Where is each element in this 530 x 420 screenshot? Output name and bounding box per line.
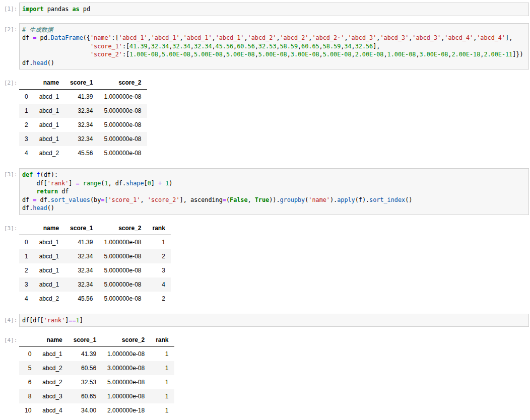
output-prompt: [3]: — [4, 222, 19, 232]
cell-score_1: 60.65 — [68, 389, 102, 403]
cell-name: abcd_1 — [34, 90, 64, 104]
code-token: 'score_2' — [90, 51, 122, 58]
code-token: head — [33, 204, 47, 212]
cell-score_1: 32.34 — [64, 263, 98, 277]
column-header-score_1: score_1 — [64, 222, 98, 235]
code-token: 'abcd_2·' — [312, 34, 344, 41]
cell-name: abcd_2 — [34, 146, 64, 160]
cell-rank: 4 — [147, 277, 171, 292]
code-token: 'rank' — [44, 317, 65, 324]
cell-score_1: 41.39 — [64, 90, 98, 104]
row-index: 8 — [19, 389, 37, 403]
code-line: import pandas as pd — [22, 5, 526, 14]
code-token — [80, 180, 83, 187]
code-cell: [4]:df[df['rank']==1] — [4, 314, 529, 327]
code-token: 32.34 — [194, 43, 212, 50]
input-prompt: [3]: — [4, 168, 19, 178]
code-token: df. — [22, 59, 33, 66]
code-token: :[ — [122, 51, 129, 58]
table-row: 3abcd_132.345.000000e-08 — [19, 132, 147, 146]
code-token: 32.34 — [172, 43, 190, 50]
code-token: False — [230, 196, 248, 203]
code-token: 2.00E-11 — [484, 51, 512, 58]
code-line: return df — [22, 187, 526, 196]
table-row: 3abcd_132.345.000000e-084 — [19, 277, 171, 292]
code-token: 45.56 — [216, 43, 234, 50]
code-token: :[ — [112, 34, 119, 41]
column-header-name: name — [34, 77, 64, 90]
row-index: 5 — [19, 361, 37, 375]
code-token: , — [255, 51, 258, 58]
code-token: ( — [226, 196, 230, 203]
table-row: 5abcd_260.563.000000e-081 — [19, 361, 174, 375]
code-token: 'abcd_4' — [444, 34, 473, 41]
row-index: 2 — [19, 118, 34, 132]
code-token: (df): — [40, 171, 58, 178]
table-row: 1abcd_132.345.000000e-082 — [19, 249, 171, 263]
code-token: ] — [69, 180, 76, 187]
code-token: ] — [80, 317, 83, 324]
cell-name: abcd_3 — [37, 389, 68, 403]
dataframe-table: namescore_1score_20abcd_141.391.000000e-… — [19, 77, 147, 160]
code-token: ({ — [83, 34, 90, 41]
dataframe-output: namescore_1score_2rank0abcd_141.391.0000… — [19, 222, 529, 306]
table-row: 2abcd_132.345.000000e-08 — [19, 118, 147, 132]
row-index: 4 — [19, 292, 34, 306]
code-token: = — [223, 196, 226, 203]
code-editor[interactable]: df[df['rank']==1] — [19, 314, 529, 327]
code-token: , — [319, 51, 323, 58]
cell-score_1: 32.34 — [64, 118, 98, 132]
code-token: , — [244, 34, 247, 41]
code-token: sort_values — [51, 196, 90, 203]
code-token: df — [58, 188, 69, 195]
cell-name: abcd_2 — [37, 375, 68, 389]
notebook: [1]:import pandas as pd[2]:# 生成数据df = pd… — [0, 0, 530, 417]
cell-score_2: 5.000000e-08 — [98, 132, 147, 146]
code-token: 60.56 — [237, 43, 255, 50]
cell-score_2: 2.000000e-18 — [102, 403, 150, 417]
column-header-score_2: score_2 — [102, 334, 150, 347]
code-editor[interactable]: # 生成数据df = pd.DataFrame({'name':['abcd_1… — [19, 23, 529, 70]
code-token: 5.00E-08 — [323, 51, 352, 58]
code-token: :[ — [122, 43, 129, 50]
code-token: 'abcd_3' — [412, 34, 441, 41]
code-token: , — [190, 43, 194, 50]
code-editor[interactable]: def f(df): df['rank'] = range(1, df.shap… — [19, 168, 529, 215]
code-token: 3.00E-08 — [291, 51, 319, 58]
code-token: 5.00E-08 — [194, 51, 223, 58]
table-row: 6abcd_232.535.000000e-081 — [19, 375, 174, 389]
row-index: 6 — [19, 375, 37, 389]
output-cell: [2]:namescore_1score_20abcd_141.391.0000… — [4, 77, 529, 160]
code-token: df[ — [22, 180, 47, 187]
code-token: 1.00E-08 — [387, 51, 416, 58]
column-header-score_2: score_2 — [98, 77, 147, 90]
code-token: () — [47, 59, 54, 66]
code-token: 1.00E-08 — [129, 51, 158, 58]
code-editor[interactable]: import pandas as pd — [19, 3, 529, 16]
code-token: 'score_1' — [108, 196, 141, 203]
code-token: [ — [104, 196, 108, 203]
code-token: sort_index — [369, 196, 405, 203]
row-index: 4 — [19, 146, 34, 160]
row-index: 2 — [19, 263, 34, 277]
code-token: df — [22, 34, 33, 41]
code-line: # 生成数据 — [22, 26, 526, 34]
row-index: 1 — [19, 104, 34, 118]
cell-name: abcd_1 — [34, 263, 64, 277]
code-token — [22, 51, 90, 58]
cell-score_2: 5.000000e-08 — [98, 146, 147, 160]
code-line: df.head() — [22, 204, 526, 213]
code-token: , — [148, 43, 151, 50]
dataframe-output: namescore_1score_2rank0abcd_141.391.0000… — [19, 334, 529, 417]
code-token: , — [276, 34, 280, 41]
row-index: 1 — [19, 249, 34, 263]
column-header-rank: rank — [147, 222, 171, 235]
code-token: , — [352, 51, 355, 58]
code-token: df. — [22, 204, 33, 212]
code-token: 32.34 — [151, 43, 169, 50]
code-token: 3.00E-08 — [420, 51, 448, 58]
code-token: ]}) — [512, 51, 523, 58]
code-token: 41.39 — [129, 43, 148, 50]
code-token: 0 — [148, 180, 151, 187]
code-text: df[df['rank']==1] — [22, 316, 526, 325]
